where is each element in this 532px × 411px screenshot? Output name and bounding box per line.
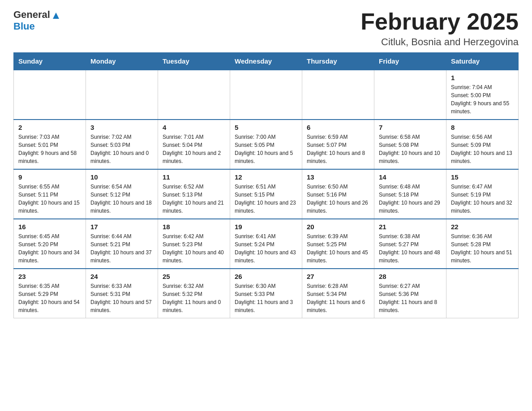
daylight-text: Daylight: 11 hours and 8 minutes. (379, 298, 442, 314)
day-number: 11 (163, 173, 225, 181)
calendar-cell: 8Sunrise: 6:56 AMSunset: 5:09 PMDaylight… (446, 120, 519, 169)
calendar-week-row: 1Sunrise: 7:04 AMSunset: 5:00 PMDaylight… (14, 70, 519, 120)
sunset-text: Sunset: 5:05 PM (235, 141, 297, 149)
calendar-cell: 21Sunrise: 6:38 AMSunset: 5:27 PMDayligh… (374, 219, 446, 269)
daylight-text: Daylight: 10 hours and 57 minutes. (90, 298, 153, 314)
day-number: 25 (163, 273, 225, 280)
day-info: Sunrise: 6:27 AMSunset: 5:36 PMDaylight:… (379, 282, 442, 314)
daylight-text: Daylight: 10 hours and 10 minutes. (379, 149, 442, 165)
sunrise-text: Sunrise: 6:59 AM (307, 133, 369, 141)
calendar-header-thursday: Thursday (302, 53, 374, 70)
sunrise-text: Sunrise: 6:42 AM (163, 232, 225, 240)
sunrise-text: Sunrise: 6:51 AM (235, 183, 297, 191)
calendar-cell: 4Sunrise: 7:01 AMSunset: 5:04 PMDaylight… (158, 120, 230, 169)
day-info: Sunrise: 6:35 AMSunset: 5:29 PMDaylight:… (18, 282, 81, 314)
calendar-cell (374, 70, 446, 120)
day-number: 16 (18, 223, 81, 231)
calendar-cell (86, 70, 158, 120)
sunrise-text: Sunrise: 7:01 AM (163, 133, 225, 141)
day-info: Sunrise: 6:39 AMSunset: 5:25 PMDaylight:… (307, 232, 369, 265)
calendar-cell: 7Sunrise: 6:58 AMSunset: 5:08 PMDaylight… (374, 120, 446, 169)
month-title: February 2025 (360, 9, 519, 34)
calendar-cell: 2Sunrise: 7:03 AMSunset: 5:01 PMDaylight… (14, 120, 86, 169)
day-number: 10 (90, 173, 153, 181)
calendar-week-row: 23Sunrise: 6:35 AMSunset: 5:29 PMDayligh… (14, 269, 519, 318)
day-info: Sunrise: 6:32 AMSunset: 5:32 PMDaylight:… (163, 282, 225, 314)
sunrise-text: Sunrise: 6:35 AM (18, 282, 81, 290)
sunset-text: Sunset: 5:15 PM (235, 191, 297, 199)
day-info: Sunrise: 6:42 AMSunset: 5:23 PMDaylight:… (163, 232, 225, 265)
calendar-cell (14, 70, 86, 120)
daylight-text: Daylight: 10 hours and 34 minutes. (18, 248, 81, 265)
sunrise-text: Sunrise: 6:47 AM (451, 183, 514, 191)
sunset-text: Sunset: 5:36 PM (379, 290, 442, 298)
sunset-text: Sunset: 5:23 PM (163, 240, 225, 248)
calendar-cell (158, 70, 230, 120)
day-number: 24 (90, 273, 153, 280)
sunrise-text: Sunrise: 6:38 AM (379, 232, 442, 240)
calendar-cell: 16Sunrise: 6:45 AMSunset: 5:20 PMDayligh… (14, 219, 86, 269)
calendar-cell: 1Sunrise: 7:04 AMSunset: 5:00 PMDaylight… (446, 70, 519, 120)
calendar-cell: 15Sunrise: 6:47 AMSunset: 5:19 PMDayligh… (446, 169, 519, 219)
sunset-text: Sunset: 5:16 PM (307, 191, 369, 199)
day-number: 8 (451, 124, 514, 131)
sunset-text: Sunset: 5:27 PM (379, 240, 442, 248)
day-info: Sunrise: 6:58 AMSunset: 5:08 PMDaylight:… (379, 133, 442, 165)
logo-general-text: General (13, 9, 50, 21)
calendar-cell: 5Sunrise: 7:00 AMSunset: 5:05 PMDaylight… (230, 120, 302, 169)
sunset-text: Sunset: 5:01 PM (18, 141, 81, 149)
daylight-text: Daylight: 10 hours and 54 minutes. (18, 298, 81, 314)
daylight-text: Daylight: 10 hours and 21 minutes. (163, 199, 225, 215)
sunset-text: Sunset: 5:21 PM (90, 240, 153, 248)
sunrise-text: Sunrise: 6:30 AM (235, 282, 297, 290)
sunset-text: Sunset: 5:09 PM (451, 141, 514, 149)
day-info: Sunrise: 6:41 AMSunset: 5:24 PMDaylight:… (235, 232, 297, 265)
calendar-week-row: 2Sunrise: 7:03 AMSunset: 5:01 PMDaylight… (14, 120, 519, 169)
sunrise-text: Sunrise: 6:45 AM (18, 232, 81, 240)
calendar-cell: 17Sunrise: 6:44 AMSunset: 5:21 PMDayligh… (86, 219, 158, 269)
sunset-text: Sunset: 5:07 PM (307, 141, 369, 149)
daylight-text: Daylight: 10 hours and 0 minutes. (90, 149, 153, 165)
calendar-cell: 3Sunrise: 7:02 AMSunset: 5:03 PMDaylight… (86, 120, 158, 169)
day-info: Sunrise: 7:03 AMSunset: 5:01 PMDaylight:… (18, 133, 81, 165)
sunset-text: Sunset: 5:08 PM (379, 141, 442, 149)
day-number: 22 (451, 223, 514, 231)
sunset-text: Sunset: 5:34 PM (307, 290, 369, 298)
day-number: 21 (379, 223, 442, 231)
day-number: 26 (235, 273, 297, 280)
daylight-text: Daylight: 10 hours and 45 minutes. (307, 248, 369, 265)
daylight-text: Daylight: 11 hours and 0 minutes. (163, 298, 225, 314)
calendar-cell: 20Sunrise: 6:39 AMSunset: 5:25 PMDayligh… (302, 219, 374, 269)
day-info: Sunrise: 6:51 AMSunset: 5:15 PMDaylight:… (235, 183, 297, 215)
daylight-text: Daylight: 10 hours and 2 minutes. (163, 149, 225, 165)
sunset-text: Sunset: 5:20 PM (18, 240, 81, 248)
calendar-cell: 27Sunrise: 6:28 AMSunset: 5:34 PMDayligh… (302, 269, 374, 318)
daylight-text: Daylight: 10 hours and 32 minutes. (451, 199, 514, 215)
day-info: Sunrise: 7:02 AMSunset: 5:03 PMDaylight:… (90, 133, 153, 165)
daylight-text: Daylight: 9 hours and 55 minutes. (451, 99, 514, 116)
sunrise-text: Sunrise: 6:33 AM (90, 282, 153, 290)
day-number: 23 (18, 273, 81, 280)
location-title: Citluk, Bosnia and Herzegovina (360, 36, 519, 48)
day-number: 14 (379, 173, 442, 181)
day-number: 3 (90, 124, 153, 131)
daylight-text: Daylight: 10 hours and 40 minutes. (163, 248, 225, 265)
day-number: 1 (451, 74, 514, 81)
sunrise-text: Sunrise: 6:54 AM (90, 183, 153, 191)
daylight-text: Daylight: 10 hours and 15 minutes. (18, 199, 81, 215)
logo-triangle-icon (51, 11, 61, 21)
calendar-cell: 6Sunrise: 6:59 AMSunset: 5:07 PMDaylight… (302, 120, 374, 169)
day-info: Sunrise: 7:01 AMSunset: 5:04 PMDaylight:… (163, 133, 225, 165)
logo: General Blue (13, 9, 61, 32)
logo-blue-text: Blue (13, 21, 35, 32)
sunrise-text: Sunrise: 6:39 AM (307, 232, 369, 240)
sunrise-text: Sunrise: 6:58 AM (379, 133, 442, 141)
daylight-text: Daylight: 10 hours and 29 minutes. (379, 199, 442, 215)
day-info: Sunrise: 6:30 AMSunset: 5:33 PMDaylight:… (235, 282, 297, 314)
day-number: 7 (379, 124, 442, 131)
day-info: Sunrise: 6:33 AMSunset: 5:31 PMDaylight:… (90, 282, 153, 314)
day-number: 2 (18, 124, 81, 131)
day-number: 5 (235, 124, 297, 131)
sunrise-text: Sunrise: 6:55 AM (18, 183, 81, 191)
sunset-text: Sunset: 5:31 PM (90, 290, 153, 298)
